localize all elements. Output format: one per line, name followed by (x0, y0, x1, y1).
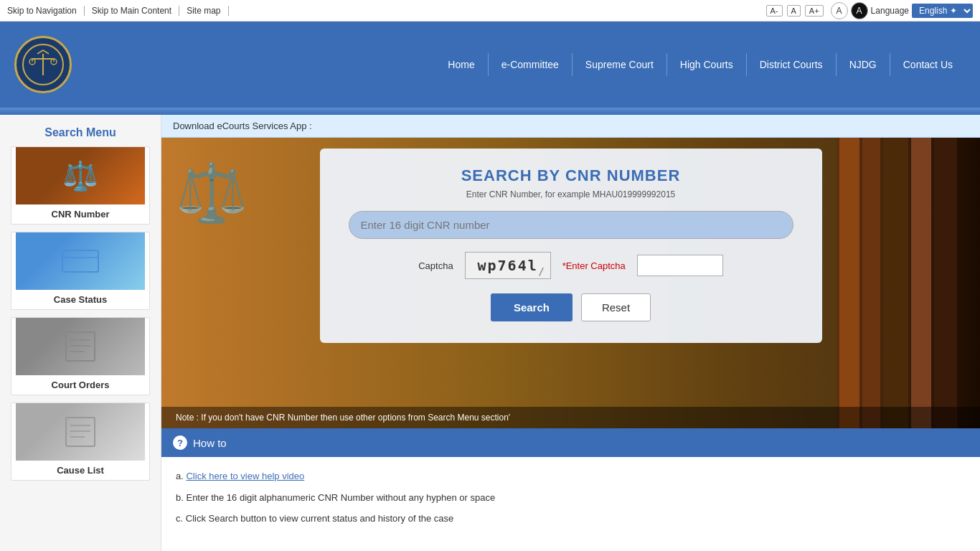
reset-button[interactable]: Reset (581, 293, 651, 321)
hero-section: ⚖️ SEARCH BY CNR NUMBER Enter CNR Number… (161, 138, 980, 428)
captcha-image: wp764l / (465, 252, 551, 279)
svg-rect-7 (62, 250, 98, 272)
top-accessibility-bar: Skip to Navigation Skip to Main Content … (0, 0, 980, 22)
cause-list-label: Cause List (57, 461, 104, 480)
sidebar: Search Menu ⚖️ CNR Number Case Status Co… (0, 115, 161, 551)
question-icon: ? (173, 435, 187, 450)
search-button-row: Search Reset (349, 293, 793, 321)
nav-supreme-court[interactable]: Supreme Court (573, 53, 667, 76)
cnr-number-label: CNR Number (52, 204, 110, 224)
cause-list-image (16, 403, 145, 461)
language-label: Language (871, 6, 909, 16)
step-a-prefix: a. (176, 471, 184, 481)
how-to-step-b: b. Enter the 16 digit alphanumeric CNR N… (176, 487, 966, 509)
sidebar-item-cnr-number[interactable]: ⚖️ CNR Number (11, 146, 150, 225)
nav-home[interactable]: Home (435, 53, 488, 76)
how-to-bar: ? How to (161, 428, 980, 457)
site-logo (14, 36, 72, 93)
main-navigation: Home e-Committee Supreme Court High Cour… (435, 53, 966, 76)
case-status-label: Case Status (54, 290, 107, 309)
sidebar-item-case-status[interactable]: Case Status (11, 232, 150, 310)
cnr-number-input[interactable] (349, 211, 793, 239)
svg-rect-13 (66, 418, 95, 446)
scales-decoration: ⚖️ (176, 159, 248, 227)
sidebar-item-cause-list[interactable]: Cause List (11, 402, 150, 481)
sidebar-title: Search Menu (0, 122, 161, 146)
search-panel: SEARCH BY CNR NUMBER Enter CNR Number, f… (320, 149, 822, 343)
nav-njdg[interactable]: NJDG (837, 53, 890, 76)
hero-note: Note : If you don't have CNR Number then… (161, 407, 980, 428)
language-select[interactable]: English ✦ हिन्दी (912, 4, 973, 18)
contrast-light-button[interactable]: A (831, 2, 848, 19)
captcha-slash-icon: / (538, 265, 545, 277)
search-button[interactable]: Search (491, 293, 573, 321)
font-normal-button[interactable]: A (787, 5, 801, 17)
captcha-row: Captcha wp764l / *Enter Captcha (349, 252, 793, 279)
nav-district-courts[interactable]: District Courts (747, 53, 837, 76)
case-status-image (16, 232, 145, 290)
site-map-link[interactable]: Site map (179, 6, 228, 16)
header-strip (0, 108, 980, 115)
site-header: Home e-Committee Supreme Court High Cour… (0, 22, 980, 108)
how-to-step-a: a. Click here to view help video (176, 466, 966, 487)
sidebar-item-court-orders[interactable]: Court Orders (11, 317, 150, 395)
content-area: Download eCourts Services App : ⚖️ SEARC… (161, 115, 980, 551)
cnr-number-image: ⚖️ (16, 147, 145, 204)
notice-text: Download eCourts Services App : (173, 121, 312, 131)
captcha-input[interactable] (637, 255, 723, 276)
step-c-prefix: c. (176, 513, 183, 524)
main-layout: Search Menu ⚖️ CNR Number Case Status Co… (0, 115, 980, 551)
search-panel-title: SEARCH BY CNR NUMBER (349, 166, 793, 185)
search-panel-subtitle: Enter CNR Number, for example MHAU019999… (349, 189, 793, 199)
how-to-content: a. Click here to view help video b. Ente… (161, 457, 980, 538)
nav-high-courts[interactable]: High Courts (667, 53, 747, 76)
nav-contact-us[interactable]: Contact Us (890, 53, 966, 76)
nav-ecommittee[interactable]: e-Committee (489, 53, 573, 76)
step-b-text: Enter the 16 digit alphanumeric CNR Numb… (186, 492, 495, 503)
contrast-dark-button[interactable]: A (851, 2, 868, 19)
skip-to-navigation-link[interactable]: Skip to Navigation (7, 6, 85, 16)
step-c-text: Click Search button to view current stat… (186, 513, 454, 524)
logo-area (14, 36, 72, 93)
font-decrease-button[interactable]: A- (766, 5, 783, 17)
court-orders-image (16, 318, 145, 375)
font-size-controls: A- A A+ (766, 5, 824, 17)
court-orders-label: Court Orders (52, 375, 110, 395)
enter-captcha-label: *Enter Captcha (562, 260, 626, 271)
how-to-step-c: c. Click Search button to view current s… (176, 508, 966, 529)
svg-rect-9 (66, 332, 95, 361)
logo-icon (22, 43, 65, 86)
books-decoration (837, 138, 980, 428)
font-increase-button[interactable]: A+ (805, 5, 824, 17)
how-to-title: How to (193, 437, 227, 449)
notice-bar: Download eCourts Services App : (161, 115, 980, 138)
help-video-link[interactable]: Click here to view help video (186, 471, 304, 481)
step-b-prefix: b. (176, 492, 184, 503)
captcha-label: Captcha (418, 260, 453, 271)
skip-to-main-content-link[interactable]: Skip to Main Content (85, 6, 179, 16)
